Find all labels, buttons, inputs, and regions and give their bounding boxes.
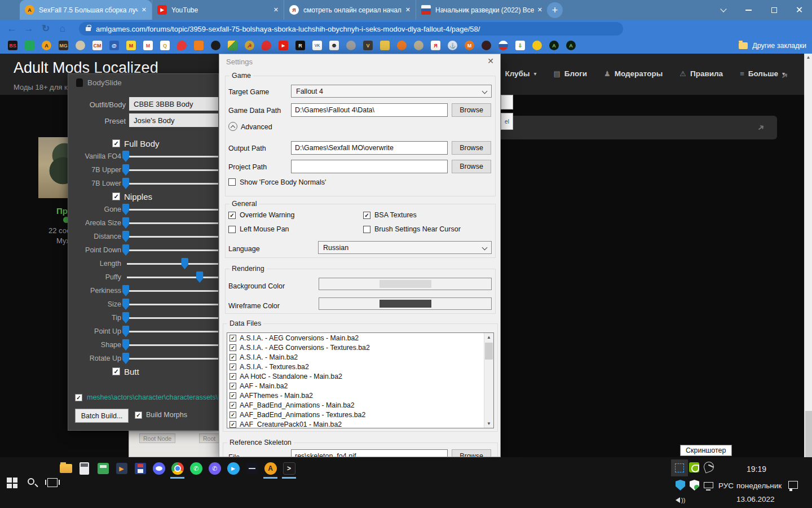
taskbar-app[interactable]	[168, 459, 187, 478]
checkbox[interactable]: ✓	[228, 226, 236, 233]
slider[interactable]	[126, 297, 219, 311]
slider[interactable]	[126, 177, 219, 190]
general-option[interactable]: ✓ Override Warning	[228, 211, 363, 219]
checkbox[interactable]: ✓	[230, 383, 236, 389]
url-text[interactable]: amlgames.com/forums/topic/3959-sexfall-7…	[96, 25, 480, 33]
antivirus-tray-icon[interactable]	[676, 480, 685, 491]
slider[interactable]	[126, 163, 219, 177]
taskbar-app[interactable]	[205, 459, 224, 478]
slider-track[interactable]	[127, 236, 219, 238]
slider-track[interactable]	[127, 344, 219, 346]
skeleton-file-input[interactable]: res\skeleton_fo4.nif	[291, 449, 448, 457]
data-file-row[interactable]: ✓ A.S.I.A. - Textures.ba2	[227, 362, 493, 371]
slider-track[interactable]	[127, 156, 219, 157]
bookmark-icon[interactable]	[498, 41, 508, 50]
scrollbar-thumb[interactable]	[485, 343, 493, 360]
list-scrollbar[interactable]: ▲ ▼	[484, 333, 493, 428]
slider[interactable]	[126, 311, 219, 325]
bookmark-icon[interactable]: ▶	[279, 41, 288, 50]
checkbox[interactable]: ✓	[230, 373, 236, 380]
screenshot-tray-icon[interactable]	[671, 459, 688, 476]
outfit-body-select[interactable]: CBBE 3BBB Body	[129, 97, 219, 111]
bookmark-icon[interactable]	[194, 41, 204, 50]
checkbox[interactable]: ✓	[228, 212, 236, 219]
checkbox[interactable]: ✓	[230, 354, 236, 361]
lock-icon[interactable]	[86, 27, 91, 31]
app-icon[interactable]	[283, 462, 295, 475]
slider-track[interactable]	[127, 263, 219, 265]
slider-track[interactable]	[127, 290, 219, 292]
checkbox[interactable]: ✓	[230, 344, 236, 351]
slider-track[interactable]	[127, 209, 219, 211]
reload-icon[interactable]: ↻	[37, 23, 54, 34]
language-indicator[interactable]: РУС	[718, 481, 734, 490]
slider[interactable]	[126, 338, 219, 352]
tab-root[interactable]: Root	[199, 433, 219, 443]
forum-nav-item[interactable]: ♟ Модераторы ▾	[604, 69, 663, 78]
taskbar-app[interactable]	[242, 459, 261, 478]
bodyslide-titlebar[interactable]: BodySlide	[68, 74, 218, 91]
slider[interactable]	[126, 203, 219, 216]
slider-thumb[interactable]	[122, 326, 130, 337]
bookmark-icon[interactable]: M	[465, 41, 474, 50]
data-file-row[interactable]: ✓ AAFThemes - Main.ba2	[227, 391, 493, 400]
bookmark-icon[interactable]	[346, 41, 356, 50]
advanced-collapse-icon[interactable]	[228, 122, 237, 131]
tab-root-node[interactable]: Root Node	[139, 433, 175, 443]
slider-thumb[interactable]	[122, 285, 130, 296]
general-option[interactable]: ✓ Brush Settings Near Cursor	[363, 225, 489, 233]
taskbar-app[interactable]	[149, 459, 168, 478]
taskbar-app[interactable]	[280, 459, 298, 478]
data-file-row[interactable]: ✓ AAF_CreaturePack01 - Main.ba2	[227, 419, 493, 428]
browser-tab[interactable]: Начальник разведки (2022) Все ✕	[416, 0, 548, 20]
bookmark-icon[interactable]: R	[295, 41, 305, 50]
skeleton-browse-button[interactable]: Browse	[452, 449, 491, 457]
slider-thumb[interactable]	[122, 178, 130, 189]
data-files-list[interactable]: ✓ A.S.I.A. - AEG Conversions - Main.ba2 …	[227, 332, 494, 428]
slider-thumb[interactable]	[122, 353, 130, 364]
data-file-row[interactable]: ✓ AA HotC - Standalone - Main.ba2	[227, 371, 493, 381]
bookmark-icon[interactable]: MG	[59, 41, 68, 50]
app-icon[interactable]	[135, 463, 146, 474]
slider[interactable]	[126, 270, 219, 284]
bookmark-icon[interactable]: BS	[8, 41, 17, 50]
bookmark-icon[interactable]: V	[363, 41, 373, 50]
taskbar-app[interactable]	[75, 459, 94, 478]
taskbar-app[interactable]	[94, 459, 112, 478]
bookmark-icon[interactable]	[397, 41, 407, 50]
bookmark-icon[interactable]: VK	[312, 41, 322, 50]
bookmark-icon[interactable]: ☸	[329, 41, 339, 50]
checkbox[interactable]: ✓	[230, 392, 236, 399]
nvidia-tray-icon[interactable]	[689, 462, 699, 472]
slider-track[interactable]	[127, 249, 219, 251]
slider-thumb[interactable]	[122, 312, 130, 323]
slider[interactable]	[126, 325, 219, 338]
bookmark-icon[interactable]: ⇩	[515, 41, 525, 50]
volume-icon[interactable]: ))	[676, 497, 685, 503]
other-bookmarks[interactable]: Другие закладки	[739, 37, 806, 54]
build-morphs-checkbox[interactable]: ✓	[135, 411, 142, 419]
start-button[interactable]	[7, 478, 17, 488]
slider-track[interactable]	[127, 183, 219, 185]
bookmark-icon[interactable]: ⚓	[448, 41, 457, 50]
clock-weekday[interactable]: понедельник	[736, 481, 782, 490]
app-icon[interactable]	[227, 462, 240, 475]
group-checkbox[interactable]: ✓	[112, 192, 120, 200]
task-view-icon[interactable]	[47, 478, 58, 487]
group-checkbox[interactable]: ✓	[112, 139, 120, 147]
search-icon[interactable]	[27, 478, 38, 489]
back-icon[interactable]: ←	[3, 23, 20, 34]
data-file-row[interactable]: ✓ AAF_BadEnd_Animations - Main.ba2	[227, 400, 493, 410]
app-icon[interactable]	[246, 463, 258, 474]
bookmark-icon[interactable]	[76, 41, 85, 50]
slider-thumb[interactable]	[122, 231, 130, 242]
bookmark-icon[interactable]	[25, 41, 34, 50]
app-icon[interactable]	[264, 462, 277, 475]
checkbox[interactable]: ✓	[230, 402, 236, 409]
data-file-row[interactable]: ✓ A.S.I.A. - AEG Conversions - Textures.…	[227, 343, 493, 352]
user-avatar[interactable]	[38, 137, 71, 198]
network-tray-icon[interactable]	[704, 482, 713, 488]
taskbar-app[interactable]	[131, 459, 149, 478]
bookmark-icon[interactable]: Q	[160, 41, 170, 50]
slider[interactable]	[126, 352, 219, 365]
